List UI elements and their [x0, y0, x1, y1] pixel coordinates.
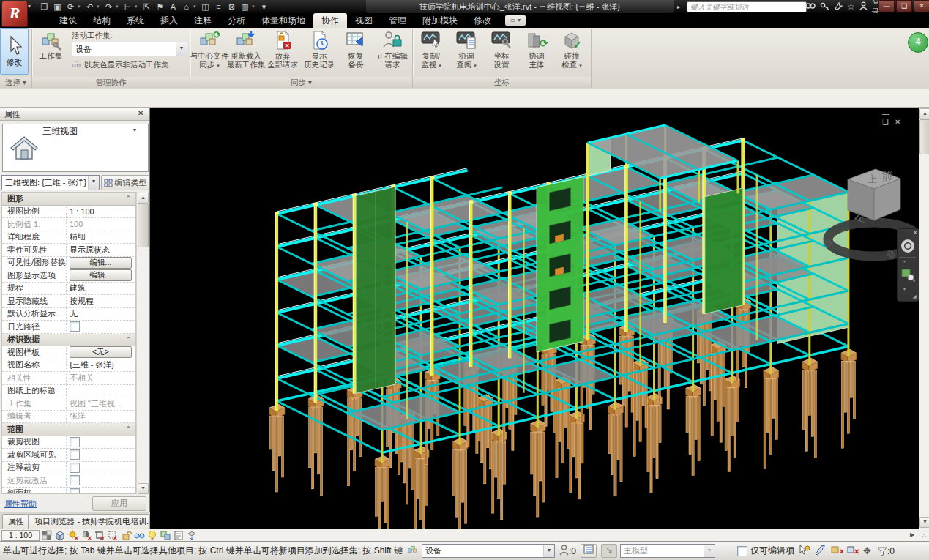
title-expand-icon[interactable]: ▸: [677, 4, 680, 10]
properties-close-icon[interactable]: ✕: [138, 109, 143, 117]
close-button[interactable]: ✕: [914, 0, 929, 12]
notification-badge[interactable]: 4: [908, 32, 928, 53]
ribbon-button-reload-latest[interactable]: 重新载入最新工作集: [228, 29, 264, 76]
temporary-view-properties-icon[interactable]: [173, 530, 184, 541]
property-checkbox[interactable]: [70, 463, 80, 473]
editable-only-checkbox[interactable]: [737, 546, 747, 556]
property-value[interactable]: 精细: [67, 231, 135, 242]
navbar-close-icon[interactable]: ✕: [913, 230, 917, 236]
view-instance-dropdown[interactable]: 三维视图: {三维 - 张洋}▾: [1, 175, 100, 190]
worksets-button[interactable]: 工作集: [34, 29, 68, 76]
ribbon-button-editing-requests[interactable]: 正在编辑请求: [375, 29, 410, 76]
move-cursor-icon[interactable]: ✥: [863, 545, 871, 556]
ribbon-button-reconcile-hosting[interactable]: ⟳协调主体: [520, 29, 553, 76]
property-value[interactable]: 1 : 100: [67, 207, 135, 216]
property-checkbox[interactable]: [70, 475, 80, 485]
zoom-tool-icon[interactable]: [900, 267, 915, 282]
active-workset-status-dropdown[interactable]: 设备▾: [422, 544, 555, 558]
ribbon-tab-分析[interactable]: 分析: [220, 13, 253, 28]
navbar-more-icon[interactable]: ▾: [903, 286, 906, 291]
resize-grip[interactable]: ⁙: [921, 531, 928, 539]
drag-elements-icon[interactable]: [815, 545, 827, 558]
ribbon-button-restore-backup[interactable]: 恢复备份: [338, 29, 373, 76]
infocenter-search-input[interactable]: 键入关键字或短语: [687, 1, 807, 12]
ribbon-button-interference-check[interactable]: ✓碰撞检查 ▾: [555, 29, 589, 76]
favorites-star-icon[interactable]: ☆: [847, 1, 855, 12]
panel-label-select[interactable]: 选择 ▾: [0, 77, 31, 88]
ribbon-button-relinquish-all[interactable]: ✕放弃全部请求: [265, 29, 300, 76]
property-checkbox[interactable]: [70, 488, 80, 494]
property-section-图形[interactable]: 图形⌃: [2, 193, 135, 206]
property-checkbox[interactable]: [70, 449, 80, 460]
editing-requests-list-icon[interactable]: [581, 544, 597, 558]
crop-region-off-icon[interactable]: ✕: [107, 530, 119, 541]
edit-type-button[interactable]: 编辑类型: [101, 175, 149, 190]
drawing-area[interactable]: —❑✕ 西 南 东 上 左 前 ✕ ▾ ▾ ◢: [150, 108, 919, 529]
properties-scrollbar[interactable]: ▲ ▼: [136, 192, 148, 494]
scroll-down-icon[interactable]: ▼: [919, 517, 929, 528]
ribbon-button-show-history[interactable]: 显示历史记录: [302, 29, 337, 76]
deselect-icon[interactable]: ✕: [831, 545, 843, 558]
navbar-options-icon[interactable]: ◢: [913, 294, 917, 299]
open-file-icon[interactable]: ❒: [38, 1, 51, 12]
scroll-right-icon[interactable]: ▶: [907, 530, 917, 540]
application-menu-button[interactable]: R: [1, 1, 28, 27]
scrollbar-thumb[interactable]: [138, 204, 149, 247]
navigation-bar[interactable]: ✕ ▾ ▾ ◢: [897, 228, 919, 302]
property-value[interactable]: 不相关: [67, 373, 135, 384]
save-icon[interactable]: ▣: [51, 1, 64, 12]
properties-title[interactable]: 属性: [0, 108, 149, 121]
switch-windows-dropdown-icon[interactable]: ▾: [252, 4, 257, 10]
ribbon-tab-系统[interactable]: 系统: [119, 13, 152, 28]
default-3d-view-icon[interactable]: ⌂: [180, 1, 193, 12]
reveal-hidden-elements-icon[interactable]: [146, 530, 158, 541]
property-edit-button[interactable]: <无>: [70, 346, 132, 358]
aligned-dimension-icon[interactable]: ⇱: [141, 1, 153, 12]
modify-button[interactable]: 修改: [0, 28, 29, 75]
undo-dropdown-icon[interactable]: ▾: [97, 4, 102, 10]
section-icon[interactable]: ◫: [199, 1, 212, 12]
worksharing-display-icon[interactable]: [160, 530, 171, 541]
scroll-down-icon[interactable]: ▼: [138, 483, 149, 494]
editing-requests-person-icon[interactable]: [559, 545, 569, 558]
ribbon-button-copy-monitor[interactable]: 复制/监视 ▾: [414, 29, 448, 76]
undo-icon[interactable]: ↶: [83, 1, 96, 12]
design-options-icon[interactable]: ↘: [601, 544, 617, 558]
ribbon-tab-管理[interactable]: 管理: [381, 13, 414, 28]
active-workset-dropdown[interactable]: 设备▾: [72, 42, 187, 56]
restore-button[interactable]: ❑: [896, 0, 912, 12]
ribbon-tab-视图[interactable]: 视图: [347, 13, 381, 28]
gray-inactive-worksets-toggle[interactable]: 以灰色显示非活动工作集: [72, 60, 169, 70]
view-scale-button[interactable]: 1 : 100: [1, 530, 40, 541]
ribbon-tab-注释[interactable]: 注释: [186, 13, 220, 28]
ribbon-tab-修改[interactable]: 修改: [466, 13, 499, 28]
communication-center-icon[interactable]: [834, 1, 843, 12]
tab-project-browser[interactable]: 项目浏览器 - 技师学院机电培训...: [29, 514, 150, 529]
panel-label-manage-collaboration[interactable]: 管理协作: [32, 77, 190, 88]
apply-button[interactable]: 应用: [92, 496, 146, 511]
displace-elements-icon[interactable]: [186, 530, 198, 541]
user-icon[interactable]: [859, 1, 868, 12]
property-value[interactable]: 视图 "三维视...: [67, 398, 135, 409]
tag-by-category-icon[interactable]: ⚑: [154, 1, 166, 12]
visual-style-icon[interactable]: [54, 530, 66, 541]
ribbon-button-coordinates-settings[interactable]: 坐标设置: [485, 29, 518, 76]
properties-help-link[interactable]: 属性帮助: [4, 499, 37, 509]
ribbon-tab-体量和场地[interactable]: 体量和场地: [253, 13, 313, 28]
ribbon-button-sync-with-central[interactable]: ⟳与中心文件同步 ▾: [192, 29, 227, 76]
ribbon-tab-附加模块[interactable]: 附加模块: [414, 13, 466, 28]
ribbon-tab-协作[interactable]: 协作: [313, 13, 347, 28]
property-checkbox[interactable]: [70, 321, 80, 332]
property-section-标识数据[interactable]: 标识数据⌃: [2, 334, 135, 347]
redo-icon[interactable]: ↷: [102, 1, 115, 12]
measure-dropdown-icon[interactable]: ▾: [135, 4, 140, 10]
ribbon-tab-建筑[interactable]: 建筑: [51, 13, 85, 28]
redo-dropdown-icon[interactable]: ▾: [116, 4, 121, 10]
property-edit-button[interactable]: 编辑...: [70, 269, 132, 281]
sync-with-central-dropdown-icon[interactable]: ▾: [78, 4, 83, 10]
subscription-key-icon[interactable]: [820, 1, 829, 12]
measure-icon[interactable]: ⊢: [122, 1, 134, 12]
property-value[interactable]: 无: [67, 308, 135, 319]
reset-icon[interactable]: ✕: [847, 545, 859, 558]
type-selector-dropdown-icon[interactable]: ▾: [133, 127, 136, 133]
